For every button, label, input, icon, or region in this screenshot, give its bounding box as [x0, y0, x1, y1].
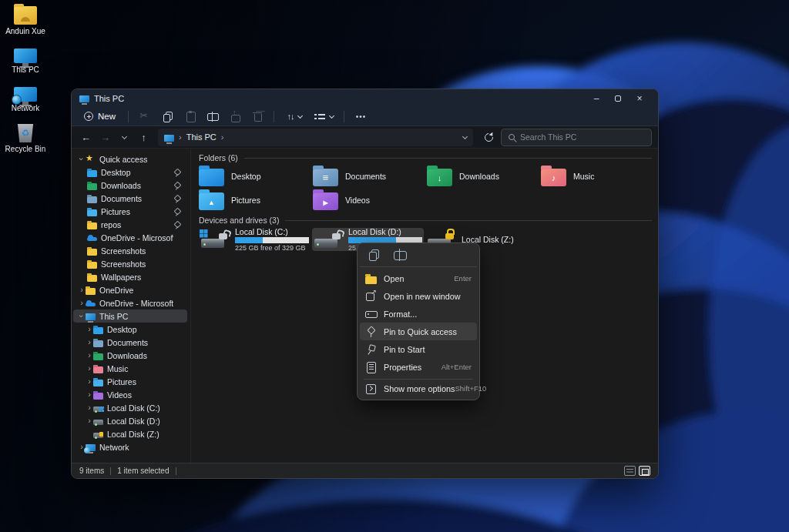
context-menu-item[interactable]: Pin to Quick access [360, 323, 477, 340]
sidebar-item[interactable]: Documents [73, 192, 187, 205]
toolbar-button[interactable] [157, 108, 178, 125]
folder-tile[interactable]: Documents [313, 166, 427, 187]
chevron-icon[interactable] [86, 351, 93, 360]
forward-button[interactable]: → [97, 129, 113, 146]
section-header-folders[interactable]: Folders (6) [199, 153, 652, 162]
titlebar[interactable]: This PC – × [72, 89, 658, 107]
context-menu-item[interactable]: Open in new window [360, 287, 477, 305]
sidebar-item[interactable]: OneDrive - Microsoft [73, 231, 187, 244]
toolbar-button[interactable] [180, 108, 200, 125]
sidebar-item-label: Pictures [101, 207, 130, 216]
folder-tile[interactable]: Music [541, 166, 655, 187]
sidebar-item[interactable]: Videos [73, 388, 187, 401]
context-menu-item[interactable]: Open Enter [360, 269, 477, 287]
sidebar-item[interactable]: OneDrive - Microsoft [73, 296, 187, 309]
up-button[interactable]: ↑ [136, 129, 152, 146]
folder-name: Videos [345, 196, 370, 205]
desktop-icon[interactable]: Anduin Xue [2, 5, 49, 35]
sidebar-item-label: Documents [101, 194, 142, 203]
chevron-icon[interactable] [86, 364, 93, 373]
sidebar-item-label: Local Disk (C:) [107, 403, 160, 413]
sidebar-item[interactable]: Local Disk (C:) [73, 401, 187, 414]
folder-icon [427, 169, 452, 186]
menu-item-label: Show more options [384, 384, 455, 393]
sidebar-item[interactable]: Screenshots [73, 244, 187, 257]
sidebar-item[interactable]: OneDrive [73, 283, 187, 296]
refresh-button[interactable] [479, 129, 498, 146]
breadcrumb[interactable]: › This PC › [158, 129, 473, 146]
sidebar-item[interactable]: Desktop [73, 166, 187, 179]
sidebar-item[interactable]: Local Disk (Z:) [73, 427, 187, 440]
sidebar-item[interactable]: Quick access [73, 152, 187, 166]
breadcrumb-chevron-icon[interactable]: › [221, 132, 224, 142]
context-menu-item[interactable]: Properties Alt+Enter [360, 358, 477, 376]
sidebar-item[interactable]: Pictures [73, 205, 187, 218]
chevron-down-icon [462, 133, 468, 139]
address-dropdown-button[interactable] [463, 136, 467, 139]
sidebar-item-label: This PC [99, 312, 128, 321]
more-options-button[interactable]: ••• [351, 108, 371, 125]
sidebar-item[interactable]: This PC [73, 309, 187, 323]
search-input[interactable] [520, 132, 644, 142]
desktop-icon[interactable]: Network [2, 85, 49, 112]
toolbar-button[interactable] [224, 108, 245, 125]
drive-tile[interactable]: Local Disk (C:) 225 GB free of 329 GB [199, 228, 311, 251]
folder-tile[interactable]: Downloads [427, 166, 541, 187]
chevron-icon[interactable] [86, 377, 93, 386]
chevron-icon[interactable] [78, 299, 86, 307]
context-menu-item[interactable]: Format... [360, 305, 477, 323]
plus-icon [84, 112, 93, 121]
sidebar-item[interactable]: Music [73, 362, 187, 375]
chevron-icon[interactable] [86, 325, 93, 333]
chevron-icon[interactable] [86, 338, 93, 346]
sidebar-item[interactable]: Downloads [73, 349, 187, 362]
context-menu-item[interactable]: Pin to Start [360, 340, 477, 358]
sidebar-item[interactable]: Pictures [73, 375, 187, 388]
chevron-icon[interactable] [86, 390, 93, 399]
pin-icon [173, 286, 183, 295]
section-header-drives[interactable]: Devices and drives (3) [199, 216, 652, 225]
folder-name: Documents [345, 172, 386, 181]
sidebar-item[interactable]: Local Disk (D:) [73, 414, 187, 427]
context-menu-item[interactable]: Show more options Shift+F10 [360, 380, 477, 397]
chevron-icon[interactable] [78, 155, 86, 163]
maximize-button[interactable] [607, 90, 629, 107]
this-pc-icon [164, 135, 174, 142]
quick-action-button[interactable] [363, 246, 384, 263]
new-button-label: New [98, 112, 116, 121]
details-view-button[interactable] [624, 466, 636, 476]
toolbar-button[interactable] [135, 108, 156, 125]
sidebar-item-label: OneDrive [99, 286, 133, 295]
large-icons-view-button[interactable] [639, 466, 650, 476]
desktop-icon[interactable]: Recycle Bin [2, 124, 49, 153]
toolbar-button[interactable] [202, 108, 223, 125]
sort-button[interactable]: ↑↓ [280, 108, 308, 125]
desktop-icon[interactable]: This PC [2, 47, 49, 74]
folder-tile[interactable]: Videos [313, 189, 427, 211]
minimize-button[interactable]: – [586, 90, 607, 107]
sidebar-item[interactable]: Desktop [73, 323, 187, 336]
desktop-icons: Anduin Xue This PC Network Recycle Bin [2, 5, 49, 165]
sidebar-item[interactable]: Network [73, 440, 187, 453]
sidebar-item[interactable]: Documents [73, 336, 187, 349]
quick-action-button[interactable] [389, 246, 411, 263]
back-button[interactable]: ← [78, 129, 94, 146]
sidebar-item[interactable]: repos [73, 218, 187, 231]
recent-locations-button[interactable] [116, 129, 133, 146]
sidebar-item[interactable]: Downloads [73, 179, 187, 192]
folder-tile[interactable]: Pictures [199, 189, 313, 211]
sidebar-item[interactable]: Wallpapers [73, 270, 187, 283]
chevron-icon[interactable] [86, 417, 93, 425]
sidebar-item-label: Wallpapers [101, 273, 141, 282]
folder-tile[interactable]: Desktop [199, 166, 313, 187]
toolbar-button[interactable] [247, 108, 267, 125]
sidebar-item-icon [87, 233, 97, 243]
chevron-icon[interactable] [86, 403, 93, 412]
view-button[interactable] [310, 108, 337, 125]
sidebar-item[interactable]: Screenshots [73, 257, 187, 270]
close-button[interactable]: × [629, 90, 650, 107]
breadcrumb-item[interactable]: This PC [186, 132, 217, 142]
chevron-icon[interactable] [78, 286, 86, 294]
new-button[interactable]: New [78, 108, 122, 125]
chevron-icon[interactable] [78, 312, 86, 320]
